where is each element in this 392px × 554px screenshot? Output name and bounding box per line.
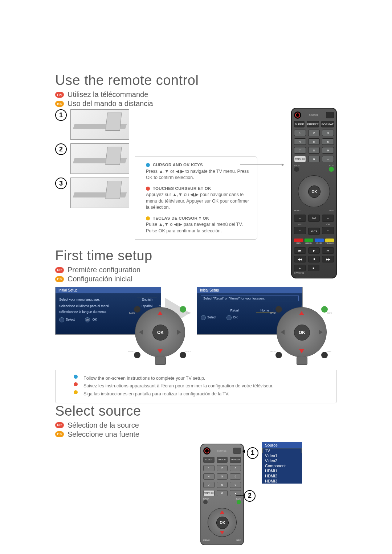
pad-left-icon[interactable] — [139, 330, 143, 335]
play-button[interactable]: ▶ — [308, 247, 320, 254]
ok-pad[interactable]: OK — [298, 175, 330, 207]
options-label: OPTIONS — [294, 272, 334, 274]
pad-back-button[interactable] — [134, 306, 140, 313]
page: Use the remote control FR Utilisez la té… — [0, 0, 392, 554]
vol-label: VOL — [294, 223, 306, 225]
rew-button[interactable]: ◀◀ — [294, 256, 306, 262]
source-item-tv[interactable]: TV — [262, 448, 302, 453]
pad-menu-button[interactable] — [134, 352, 140, 358]
audio-button[interactable]: ⏏ — [294, 265, 306, 271]
callout-es-title: TECLAS DE CURSOR Y OK — [153, 216, 209, 220]
step-1: 1 — [55, 109, 67, 121]
num-8[interactable]: 8 — [308, 147, 320, 154]
num-9[interactable]: 9 — [322, 147, 334, 154]
pad-right-icon[interactable] — [177, 330, 181, 335]
sm-ok-button[interactable]: OK — [216, 517, 229, 529]
setup-screens: Initial Setup Select your menu language.… — [55, 287, 337, 370]
format-button[interactable]: FORMAT — [321, 121, 334, 127]
prevch-button[interactable]: PREV CH — [294, 156, 306, 162]
source-menu: Source TV Video1 Video2 Component HDMI1 … — [262, 442, 302, 484]
tv1-header: Initial Setup — [56, 287, 161, 293]
pad-down-icon[interactable] — [158, 349, 163, 353]
step-3: 3 — [55, 178, 67, 189]
pad-ok-button[interactable]: OK — [152, 325, 168, 341]
num-5[interactable]: 5 — [308, 138, 320, 145]
sm-ok-pad[interactable]: OK — [208, 508, 237, 537]
source-button[interactable] — [326, 112, 334, 118]
sm-sleep[interactable]: SLEEP — [203, 457, 215, 463]
sleep-button[interactable]: SLEEP — [294, 121, 305, 127]
num-3[interactable]: 3 — [322, 130, 334, 136]
diagram-1 — [70, 109, 129, 140]
section3-body: SOURCE SLEEPFREEZEFORMAT 123 456 789 PRE… — [55, 444, 337, 554]
section1-fr-text: Utilisez la télécommande — [68, 90, 148, 99]
es-badge-2: ES — [55, 276, 64, 282]
section2-fr: Première configuration — [68, 266, 140, 274]
dot-button[interactable]: • — [322, 156, 334, 162]
sm-source-button[interactable] — [233, 448, 241, 454]
sap-button[interactable]: SAP — [308, 215, 320, 222]
sm-freeze[interactable]: FREEZE — [217, 457, 228, 463]
freeze-button[interactable]: FREEZE — [307, 121, 319, 127]
source-item-video1[interactable]: Video1 — [262, 453, 302, 458]
source-item-hdmi3[interactable]: HDMI3 — [262, 478, 302, 484]
green-button[interactable] — [305, 239, 314, 242]
eco-button[interactable] — [329, 167, 334, 172]
num-2[interactable]: 2 — [308, 130, 320, 136]
dot-fr — [146, 187, 150, 191]
num-0[interactable]: 0 — [308, 156, 320, 162]
source-item-hdmi2[interactable]: HDMI2 — [262, 473, 302, 478]
section3-es: Seleccione una fuente — [68, 430, 139, 439]
color-bar — [294, 239, 334, 242]
opt-english[interactable]: English — [137, 297, 157, 302]
content: Use the remote control FR Utilisez la té… — [55, 73, 337, 525]
source-item-component[interactable]: Component — [262, 463, 302, 468]
menu-label: MENU — [294, 209, 301, 212]
okpad-right: 0 BACK ECO MENU INFO OK — [277, 307, 327, 357]
ch-up[interactable]: + — [322, 215, 334, 222]
num-6[interactable]: 6 — [322, 138, 334, 145]
section3-title: Select source — [55, 403, 337, 419]
sm-eco-button[interactable] — [237, 500, 241, 504]
num-7[interactable]: 7 — [294, 147, 306, 154]
tv2-prompt: Select "Retail" or "Home" for your locat… — [201, 296, 299, 301]
fr-badge-2: FR — [55, 267, 64, 273]
vol-up[interactable]: + — [294, 215, 306, 222]
sm-format[interactable]: FORMAT — [230, 457, 241, 463]
fr-badge: FR — [55, 92, 64, 98]
stop-button[interactable]: ■ — [308, 265, 319, 271]
red-button[interactable] — [294, 239, 303, 242]
source-item-video2[interactable]: Video2 — [262, 458, 302, 463]
ok-button[interactable]: OK — [308, 186, 320, 198]
ch-down[interactable]: − — [322, 227, 334, 234]
ffwd-button[interactable]: ▶▶ — [322, 256, 334, 262]
pad-info-button[interactable] — [180, 352, 186, 358]
source-label: SOURCE — [309, 114, 318, 116]
es-badge-3: ES — [55, 431, 64, 437]
pad-up-icon[interactable] — [158, 311, 163, 315]
sm-back-button[interactable] — [203, 500, 208, 504]
sm-power-button[interactable] — [203, 447, 211, 455]
section3-fr: Sélection de la source — [68, 421, 139, 429]
prev-track-button[interactable]: ⏮ — [294, 247, 306, 254]
pad-eco-button[interactable] — [180, 306, 186, 313]
power-button[interactable] — [294, 111, 301, 119]
next-track-button[interactable]: ⏭ — [322, 247, 334, 254]
dot-es — [146, 216, 150, 220]
remote-large: SOURCE SLEEP FREEZE FORMAT 123 456 789 P… — [291, 108, 337, 278]
num-1[interactable]: 1 — [294, 130, 306, 136]
pause-button[interactable]: ⏸ — [308, 256, 320, 262]
section1-fr: FR Utilisez la télécommande — [55, 90, 337, 99]
num-4[interactable]: 4 — [294, 138, 306, 145]
source-item-hdmi1[interactable]: HDMI1 — [262, 468, 302, 473]
opt-retail[interactable]: Retail — [225, 308, 243, 313]
section1-es: ES Uso del mando a distancia — [55, 99, 337, 108]
yellow-button[interactable] — [325, 239, 334, 242]
callout-en-title: CURSOR AND OK KEYS — [153, 163, 203, 167]
section1-es-text: Uso del mando a distancia — [68, 99, 153, 108]
diagram-3 — [70, 178, 129, 208]
mute-button[interactable]: MUTE — [308, 228, 320, 235]
back-button[interactable] — [294, 167, 299, 172]
blue-button[interactable] — [315, 239, 324, 242]
vol-down[interactable]: − — [294, 227, 306, 234]
